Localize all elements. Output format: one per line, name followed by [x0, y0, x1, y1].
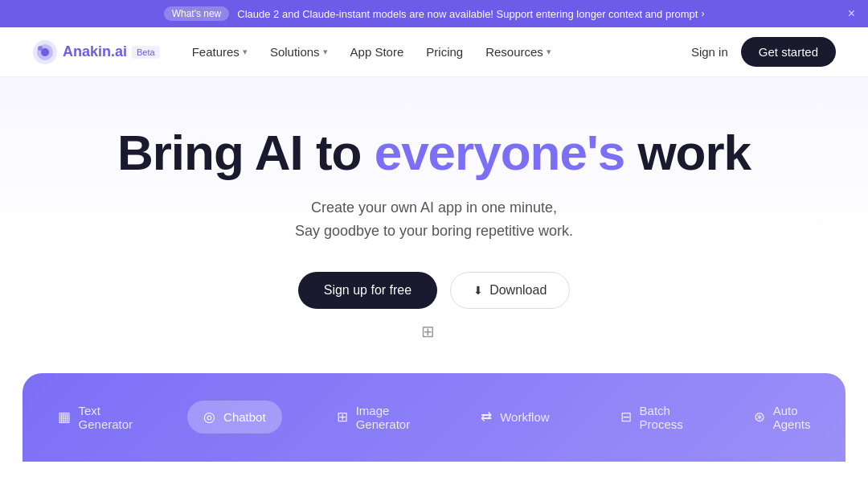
whats-new-badge[interactable]: What's new [164, 6, 230, 21]
announcement-text: Claude 2 and Claude-instant models are n… [237, 8, 698, 20]
beta-badge: Beta [132, 46, 160, 59]
hero-subtitle: Create your own AI app in one minute, Sa… [295, 196, 573, 243]
hero-section: Bring AI to everyone's work Create your … [0, 77, 868, 373]
tab-auto-agents[interactable]: ⊛ Auto Agents [738, 396, 827, 439]
signup-button[interactable]: Sign up for free [298, 272, 437, 309]
tab-batch-process[interactable]: ⊟ Batch Process [604, 396, 699, 439]
nav-features[interactable]: Features ▾ [192, 45, 248, 59]
logo[interactable]: Anakin.ai Beta [32, 39, 160, 65]
tab-workflow[interactable]: ⇄ Workflow [465, 401, 565, 434]
navbar: Anakin.ai Beta Features ▾ Solutions ▾ Ap… [0, 27, 868, 77]
workflow-label: Workflow [500, 410, 549, 424]
nav-appstore[interactable]: App Store [350, 45, 404, 59]
tab-text-generator[interactable]: ▦ Text Generator [42, 396, 149, 439]
batch-process-label: Batch Process [640, 404, 683, 431]
text-generator-icon: ▦ [58, 409, 71, 425]
hero-title: Bring AI to everyone's work [117, 125, 751, 180]
download-button[interactable]: ⬇ Download [450, 272, 570, 309]
batch-process-icon: ⊟ [620, 409, 632, 425]
tab-chatbot[interactable]: ◎ Chatbot [187, 401, 282, 434]
nav-pricing[interactable]: Pricing [426, 45, 463, 59]
tab-image-generator[interactable]: ⊞ Image Generator [321, 396, 427, 439]
announcement-arrow: › [701, 8, 704, 19]
nav-actions: Sign in Get started [691, 37, 836, 67]
get-started-button[interactable]: Get started [741, 37, 836, 67]
text-generator-label: Text Generator [79, 404, 133, 431]
features-section: ▦ Text Generator ◎ Chatbot ⊞ Image Gener… [23, 373, 845, 462]
sign-in-button[interactable]: Sign in [691, 45, 728, 59]
chatbot-label: Chatbot [223, 410, 266, 424]
windows-icon: ⊞ [421, 322, 435, 341]
svg-point-3 [38, 46, 43, 51]
auto-agents-icon: ⊛ [754, 409, 765, 425]
nav-solutions[interactable]: Solutions ▾ [270, 45, 328, 59]
image-generator-icon: ⊞ [337, 409, 348, 425]
logo-text: Anakin.ai [63, 43, 127, 60]
image-generator-label: Image Generator [356, 404, 411, 431]
platform-icons: ⊞ [421, 322, 448, 341]
announcement-bar: What's new Claude 2 and Claude-instant m… [0, 0, 868, 27]
workflow-icon: ⇄ [481, 409, 492, 425]
chatbot-icon: ◎ [203, 409, 215, 425]
logo-icon [32, 39, 58, 65]
auto-agents-label: Auto Agents [773, 404, 811, 431]
announcement-close[interactable]: × [848, 6, 855, 21]
nav-links: Features ▾ Solutions ▾ App Store Pricing… [192, 45, 691, 59]
hero-buttons: Sign up for free ⬇ Download [298, 272, 571, 309]
download-icon: ⬇ [473, 284, 483, 297]
nav-resources[interactable]: Resources ▾ [485, 45, 551, 59]
